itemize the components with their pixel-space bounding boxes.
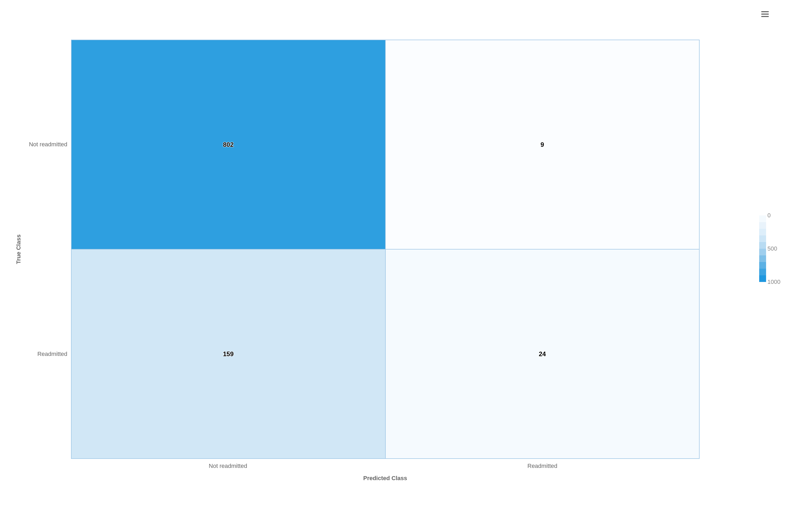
hamburger-menu-icon[interactable] bbox=[761, 11, 769, 17]
confusion-matrix-heatmap: 802 9 159 24 bbox=[71, 40, 700, 459]
heatmap-row: 802 9 bbox=[71, 40, 699, 249]
heatmap-cell: 24 bbox=[385, 249, 700, 459]
x-tick-label: Readmitted bbox=[528, 462, 557, 470]
x-axis-title: Predicted Class bbox=[363, 475, 407, 482]
y-axis-title: True Class bbox=[15, 234, 22, 264]
color-scale-bar bbox=[759, 215, 766, 282]
heatmap-row: 159 24 bbox=[71, 249, 699, 459]
cell-value: 24 bbox=[539, 350, 546, 358]
heatmap-cell: 159 bbox=[71, 249, 385, 459]
color-scale-tick: 500 bbox=[767, 246, 782, 252]
heatmap-cell: 802 bbox=[71, 40, 385, 249]
cell-value: 159 bbox=[223, 350, 233, 358]
color-scale-tick: 0 bbox=[767, 212, 782, 218]
x-tick-label: Not readmitted bbox=[209, 462, 247, 470]
y-tick-label: Not readmitted bbox=[29, 141, 67, 148]
y-tick-label: Readmitted bbox=[37, 350, 67, 358]
cell-value: 802 bbox=[223, 141, 233, 148]
cell-value: 9 bbox=[540, 141, 544, 148]
heatmap-cell: 9 bbox=[385, 40, 700, 249]
color-scale-labels: 0 500 1000 bbox=[767, 215, 782, 282]
color-scale-tick: 1000 bbox=[767, 279, 782, 285]
